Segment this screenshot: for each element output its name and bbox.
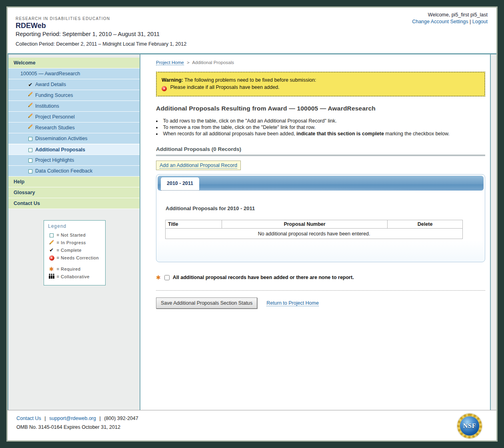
sidebar-item-project-personnel[interactable]: Project Personnel: [8, 112, 140, 123]
legend-item-complete: ✔ = Complete: [48, 246, 102, 254]
footer-contact-us-link[interactable]: Contact Us: [16, 416, 41, 421]
not-started-checkbox-icon: [27, 166, 34, 177]
sidebar-item-research-studies[interactable]: Research Studies: [8, 123, 140, 133]
section-complete-row: ✱ All additional proposal records have b…: [156, 274, 485, 281]
sidebar-item-additional-proposals[interactable]: Additional Proposals: [8, 144, 140, 155]
instruction-complete: When records for all additional proposal…: [156, 131, 485, 137]
not-started-checkbox-icon: [27, 155, 34, 166]
sidebar-item-dissemination-activities[interactable]: Dissemination Activities: [8, 133, 140, 144]
sidebar-item-data-collection-feedback[interactable]: Data Collection Feedback: [8, 166, 140, 177]
check-icon: ✔: [48, 247, 55, 253]
column-header-title: Title: [166, 220, 222, 229]
actions-row: Save Additional Proposals Section Status…: [156, 297, 485, 309]
tab-2010-2011[interactable]: 2010 - 2011: [161, 177, 199, 191]
legend: Legend = Not Started = In Progress ✔ = C…: [44, 220, 106, 285]
save-section-status-button[interactable]: Save Additional Proposals Section Status: [156, 297, 257, 309]
legend-item-in-progress: = In Progress: [48, 239, 102, 246]
not-started-checkbox-icon: [48, 232, 55, 237]
sidebar-item-contact-us[interactable]: Contact Us: [8, 198, 140, 209]
column-header-proposal-number: Proposal Number: [222, 220, 387, 229]
instruction-remove: To remove a row from the table, click on…: [156, 124, 485, 131]
sidebar-item-institutions[interactable]: Institutions: [8, 101, 140, 112]
add-proposal-record-link[interactable]: Add an Additional Proposal Record: [160, 163, 237, 169]
sidebar-item-glossary[interactable]: Glossary: [8, 187, 140, 198]
app-window: RESEARCH IN DISABILITIES EDUCATION RDEWe…: [6, 6, 498, 442]
pencil-icon: [27, 112, 34, 123]
pencil-icon: [48, 239, 55, 246]
sidebar-item-help[interactable]: Help: [8, 177, 140, 187]
nsf-logo: NSF: [457, 414, 482, 438]
app-title: RDEWeb: [16, 22, 46, 30]
sidebar-item-project-highlights[interactable]: Project Highlights: [8, 155, 140, 166]
collection-period: Collection Period: December 2, 2011 – Mi…: [16, 41, 186, 47]
section-divider: [156, 290, 485, 291]
section-complete-checkbox[interactable]: [164, 275, 170, 280]
legend-title: Legend: [48, 223, 102, 229]
add-record-box: Add an Additional Proposal Record: [156, 161, 241, 170]
warning-box: Warning: The following problems need to …: [156, 72, 485, 96]
section-complete-label: All additional proposal records have bee…: [173, 275, 354, 280]
sidebar-item-funding-sources[interactable]: Funding Sources: [8, 90, 140, 101]
proposals-table: Title Proposal Number Delete No addition…: [165, 220, 463, 239]
legend-item-collaborative: = Collaborative: [48, 273, 102, 280]
pencil-icon: [27, 101, 34, 112]
footer-contact-line: Contact Us | support@rdeweb.org | (800) …: [16, 415, 496, 422]
breadcrumb: Project Home > Additional Proposals: [156, 60, 485, 65]
check-icon: ✔: [27, 79, 34, 90]
table-row: No additional proposal records have been…: [166, 229, 463, 239]
footer-omb-line: OMB No. 3145-0164 Expires October 31, 20…: [16, 424, 496, 430]
legend-item-needs-correction: ✕ = Needs Correction: [48, 254, 102, 261]
logout-link[interactable]: Logout: [472, 19, 488, 24]
header: RESEARCH IN DISABILITIES EDUCATION RDEWe…: [8, 8, 496, 53]
warning-title: Warning:: [162, 77, 183, 83]
instruction-add: To add rows to the table, click on the "…: [156, 118, 485, 124]
column-header-delete: Delete: [388, 220, 463, 229]
footer-email-link[interactable]: support@rdeweb.org: [49, 416, 96, 421]
return-to-project-home-link[interactable]: Return to Project Home: [266, 300, 319, 306]
pipe-separator: |: [470, 19, 471, 24]
breadcrumb-current: Additional Proposals: [192, 60, 234, 65]
warning-error-message: Please indicate if all Proposals have be…: [170, 84, 279, 90]
page-title: Additional Proposals Resulting from Awar…: [156, 105, 485, 112]
sidebar-item-award[interactable]: 100005 — AwardResearch: [8, 68, 140, 79]
user-box: Welcome, pi5_first pi5_last Change Accou…: [412, 12, 488, 25]
error-icon: ✕: [48, 255, 55, 261]
people-icon: [48, 273, 55, 279]
tab-bar: 2010 - 2011: [158, 176, 484, 191]
year-tab-panel: 2010 - 2011 Additional Proposals for 201…: [156, 174, 485, 262]
legend-item-not-started: = Not Started: [48, 231, 102, 239]
panel-heading: Additional Proposals for 2010 - 2011: [166, 205, 484, 211]
instructions-list: To add rows to the table, click on the "…: [156, 118, 485, 137]
records-heading: Additional Proposals (0 Records): [156, 146, 485, 156]
change-account-settings-link[interactable]: Change Account Settings: [412, 19, 468, 24]
welcome-user: Welcome, pi5_first pi5_last: [412, 12, 488, 18]
breadcrumb-project-home-link[interactable]: Project Home: [156, 60, 184, 65]
legend-item-required: ✱ = Required: [48, 265, 102, 273]
sidebar-item-award-details[interactable]: ✔Award Details: [8, 79, 140, 90]
footer: Contact Us | support@rdeweb.org | (800) …: [8, 410, 496, 442]
empty-table-message: No additional proposal records have been…: [166, 229, 463, 239]
required-asterisk-icon: ✱: [48, 266, 55, 272]
pencil-icon: [27, 123, 34, 133]
required-asterisk-icon: ✱: [156, 274, 161, 281]
reporting-period: Reporting Period: September 1, 2010 – Au…: [16, 31, 160, 37]
org-title: RESEARCH IN DISABILITIES EDUCATION: [16, 16, 110, 21]
pencil-icon: [27, 90, 34, 101]
sidebar: Welcome 100005 — AwardResearch ✔Award De…: [8, 54, 140, 410]
warning-text: The following problems need to be fixed …: [184, 77, 316, 83]
not-started-checkbox-icon: [27, 145, 34, 155]
sidebar-item-welcome[interactable]: Welcome: [8, 58, 140, 68]
error-icon: ✕: [162, 86, 167, 91]
right-gutter: [490, 54, 496, 410]
nsf-globe-icon: NSF: [460, 416, 480, 436]
footer-phone: (800) 392-2047: [104, 416, 138, 421]
main-content: Project Home > Additional Proposals Warn…: [140, 54, 490, 410]
not-started-checkbox-icon: [27, 133, 34, 144]
